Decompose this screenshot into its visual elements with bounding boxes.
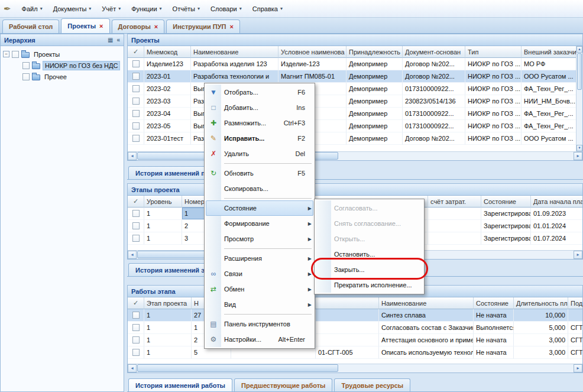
- menubar-item[interactable]: Документы▾: [48, 3, 96, 15]
- scroll-left-button[interactable]: ◂: [128, 152, 137, 160]
- table-row[interactable]: 2023-02Вып-ЭМСДемопример017310000922...Н…: [128, 83, 576, 95]
- table-cell[interactable]: [316, 322, 379, 334]
- table-cell[interactable]: 01.09.2023: [531, 208, 582, 220]
- table-row[interactable]: Изделие123Разработка изделия 123Изделие-…: [128, 58, 576, 70]
- context-menu-item[interactable]: Остановить...: [316, 247, 423, 262]
- table-cell[interactable]: 1: [144, 322, 192, 334]
- grid-icon[interactable]: ▦: [108, 37, 113, 43]
- tab[interactable]: Договоры×: [112, 20, 165, 33]
- context-menu-item[interactable]: ↻ОбновитьF5: [206, 166, 313, 181]
- table-cell[interactable]: [128, 132, 144, 145]
- scroll-down-button[interactable]: ▾: [576, 145, 582, 151]
- tab[interactable]: Проекты×: [61, 18, 109, 33]
- scroll-up-button[interactable]: ▴: [576, 46, 582, 53]
- context-menu-item[interactable]: Прекратить исполнение...: [316, 277, 423, 293]
- table-row[interactable]: 12Аттестация основного и примесног...Не …: [128, 334, 582, 346]
- table-cell[interactable]: Договор №202...: [403, 58, 465, 70]
- table-cell[interactable]: [316, 334, 379, 346]
- close-icon[interactable]: ×: [230, 23, 234, 30]
- table-cell[interactable]: 01.01.2024: [531, 220, 582, 232]
- checkbox[interactable]: [132, 324, 140, 331]
- tab[interactable]: Рабочий стол: [2, 20, 59, 33]
- table-cell[interactable]: 2023-01: [144, 70, 191, 83]
- table-cell[interactable]: 017310000922...: [403, 83, 465, 95]
- table-cell[interactable]: СГТ: [568, 346, 582, 359]
- table-cell[interactable]: [128, 108, 144, 120]
- scroll-right-button[interactable]: ▸: [574, 364, 582, 372]
- context-menu-item[interactable]: ▼Отобрать...F6: [206, 85, 313, 100]
- table-cell[interactable]: Демопример: [346, 108, 403, 120]
- table-cell[interactable]: [128, 95, 144, 108]
- table-cell[interactable]: [128, 232, 144, 245]
- menubar-item[interactable]: Функции▾: [127, 3, 166, 15]
- table-cell[interactable]: НИОКР по ГОЗ ...: [465, 70, 522, 83]
- checkbox[interactable]: [132, 73, 140, 80]
- column-header[interactable]: [316, 297, 379, 309]
- table-cell[interactable]: [568, 309, 582, 322]
- checkbox[interactable]: [132, 222, 140, 229]
- menubar-item[interactable]: Справка▾: [248, 3, 287, 15]
- table-cell[interactable]: 1: [144, 334, 192, 346]
- table-row[interactable]: 127Синтез сплаваНе начата10,000: [128, 309, 582, 322]
- context-menu-item[interactable]: ✚Размножить...Ctrl+F3: [206, 115, 313, 131]
- table-cell[interactable]: Зарегистрирован: [481, 220, 531, 232]
- table-cell[interactable]: Согласовать состав с Заказчиком: [379, 322, 474, 334]
- column-header[interactable]: Наименование: [191, 46, 278, 58]
- table-cell[interactable]: Разработка изделия 123: [191, 58, 278, 70]
- horizontal-scrollbar[interactable]: ◂ ▸: [128, 151, 582, 160]
- column-header[interactable]: Условное наименова: [278, 46, 346, 58]
- close-icon[interactable]: ×: [154, 23, 158, 30]
- column-header[interactable]: ✓: [128, 46, 144, 58]
- tab[interactable]: Инструкции ПУП×: [166, 20, 240, 33]
- context-menu-item[interactable]: ✎Исправить...F2: [206, 131, 313, 146]
- table-cell[interactable]: Демопример: [346, 132, 403, 145]
- column-header[interactable]: Длительность план▾: [514, 297, 568, 309]
- table-cell[interactable]: Не начата: [474, 309, 514, 322]
- context-menu-item[interactable]: Согласовать...: [316, 200, 423, 216]
- checkbox[interactable]: [22, 62, 30, 69]
- table-cell[interactable]: НИОКР по ГОЗ ...: [465, 120, 522, 132]
- context-menu-item[interactable]: Открыть...: [316, 231, 423, 247]
- table-cell[interactable]: СГТ: [568, 322, 582, 334]
- context-menu-item[interactable]: ✗УдалитьDel: [206, 146, 313, 161]
- table-cell[interactable]: 1: [144, 220, 182, 232]
- checkbox[interactable]: [132, 85, 140, 92]
- table-cell[interactable]: [128, 70, 144, 83]
- column-header[interactable]: Тип: [465, 46, 522, 58]
- table-cell[interactable]: 2023-05: [144, 120, 191, 132]
- tab[interactable]: Предшествующие работы: [234, 378, 332, 391]
- table-row[interactable]: 1501-СГТ-005Описать используемую техноло…: [128, 346, 582, 359]
- close-icon[interactable]: ×: [99, 22, 103, 30]
- table-cell[interactable]: 01-СГТ-005: [316, 346, 379, 359]
- table-cell[interactable]: НИОКР по ГОЗ ...: [465, 83, 522, 95]
- context-menu-item[interactable]: ⚙Настройки...Alt+Enter: [206, 332, 313, 347]
- table-cell[interactable]: [128, 83, 144, 95]
- column-header[interactable]: Документ-основан: [403, 46, 465, 58]
- context-menu-item[interactable]: Вид▶: [206, 297, 313, 312]
- table-cell[interactable]: [428, 220, 481, 232]
- table-cell[interactable]: ФА_Техн_Рег_...: [522, 120, 576, 132]
- table-row[interactable]: 11Согласовать состав с ЗаказчикомВыполня…: [128, 322, 582, 334]
- table-cell[interactable]: [128, 309, 144, 322]
- menubar-item[interactable]: Словари▾: [206, 3, 247, 15]
- table-cell[interactable]: Изделие-123: [278, 58, 346, 70]
- column-header[interactable]: Принадлежность: [346, 46, 403, 58]
- table-cell[interactable]: [128, 208, 144, 220]
- table-cell[interactable]: Договор №202...: [403, 132, 465, 145]
- table-row[interactable]: 2023-03Разр23/269Демопример230823/0514/1…: [128, 95, 576, 108]
- context-menu-item[interactable]: Просмотр▶: [206, 231, 313, 247]
- table-row[interactable]: 2023-01Разработка технологии иМагнит ПМ0…: [128, 70, 576, 83]
- context-menu-item[interactable]: Закрыть...: [316, 262, 423, 277]
- table-cell[interactable]: Синтез сплава: [379, 309, 474, 322]
- tab[interactable]: История изменений работы: [128, 378, 232, 391]
- table-cell[interactable]: НИОКР по ГОЗ ...: [465, 108, 522, 120]
- table-cell[interactable]: ООО Русатом ...: [522, 132, 576, 145]
- table-cell[interactable]: 230823/0514/136: [403, 95, 465, 108]
- table-cell[interactable]: Демопример: [346, 70, 403, 83]
- table-cell[interactable]: МО РФ: [522, 58, 576, 70]
- column-header[interactable]: Наименование: [379, 297, 474, 309]
- table-cell[interactable]: Демопример: [346, 58, 403, 70]
- table-cell[interactable]: ООО Русатом ...: [522, 70, 576, 83]
- column-header[interactable]: счёт затрат.: [428, 196, 481, 208]
- column-header[interactable]: Дата начала план: [531, 196, 582, 208]
